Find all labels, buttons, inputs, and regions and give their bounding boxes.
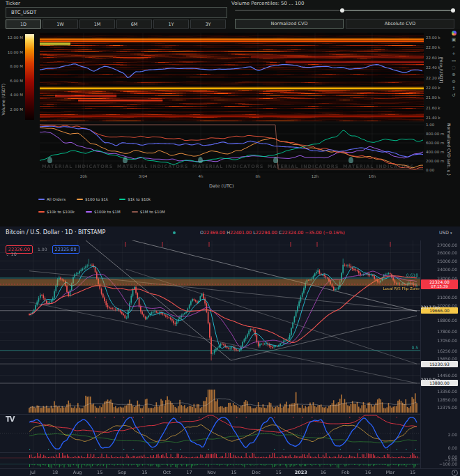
time-axis-label: 18 [52, 470, 58, 475]
legend-swatch [86, 211, 92, 213]
top-2019-label: 2019 Top [387, 377, 440, 382]
cvd-mode-tabs: Normalized CVDAbsolute CVD [235, 19, 457, 29]
date-axis-tick: 3/04 [139, 174, 147, 178]
symbol-title[interactable]: Bitcoin / U.S. Dollar · 1D · BITSTAMP [6, 229, 105, 236]
high-value: 22401.00 [230, 230, 252, 236]
material-indicators-watermark: MATERIAL INDICATORS [343, 164, 414, 169]
white-line-price-badge: 15230.93 [421, 361, 458, 367]
low-value: 22294.00 [256, 230, 277, 236]
date-axis-tick: 4h [199, 174, 204, 178]
plotly-logo-icon[interactable] [452, 31, 457, 36]
current-price-badge: 22324.0007:15:39 [421, 279, 458, 289]
order-line-boxes: 22326.00 1.00 22325.00 [6, 240, 79, 254]
cvd-axis-tick: 0.00 [426, 168, 434, 172]
zoom-in-icon[interactable]: ⊕ [452, 72, 455, 77]
heatmap-price-tick: 22.60 k [426, 56, 440, 60]
time-axis-label: Feb [342, 470, 350, 475]
legend-swatch [38, 199, 45, 200]
time-axis-label: 16 [365, 470, 371, 475]
tab-normalized-cvd[interactable]: Normalized CVD [235, 19, 344, 29]
timeframe-1m[interactable]: 1M [79, 20, 115, 29]
tab-absolute-cvd[interactable]: Absolute CVD [346, 19, 454, 29]
timeframe-1d[interactable]: 1D [6, 20, 41, 29]
flame-icon [47, 157, 52, 163]
screen: Ticker BTC_USDT 1D1W1M6M1Y3Y Volume Perc… [0, 0, 460, 476]
time-axis-label: 15 [97, 470, 102, 475]
heatmap-price-tick: 22.40 k [426, 66, 440, 70]
currency-selector[interactable]: USD ▾ [439, 230, 452, 236]
legend-item--1m-to-10m[interactable]: $1M to $10M [132, 210, 165, 214]
legend-swatch [119, 199, 125, 200]
box-select-icon[interactable]: ▭ [452, 59, 456, 63]
time-axis-label: Jul [30, 470, 36, 475]
timeframe-6m[interactable]: 6M [116, 20, 152, 29]
legend-label: All Orders [47, 197, 66, 201]
legend-label: $1M to $10M [140, 210, 165, 214]
legend-label: $1k to $10k [128, 197, 151, 201]
heatmap-price-tick: 21.60 k [426, 106, 440, 110]
slider-handle-low[interactable] [340, 8, 344, 13]
timeframe-3y[interactable]: 3Y [190, 20, 226, 29]
colorbar-tick: 2.00 M [1, 107, 23, 112]
legend-item--100-to-1k[interactable]: $100 to $1k [77, 197, 108, 201]
cvd-axis-tick: 400.00 m [426, 150, 444, 154]
top-app-bar: Ticker BTC_USDT 1D1W1M6M1Y3Y Volume Perc… [0, 0, 460, 29]
tradingview-chart: Bitcoin / U.S. Dollar · 1D · BITSTAMP O2… [0, 227, 460, 476]
flame-icon [123, 157, 128, 163]
slider-handle-high[interactable] [451, 8, 455, 13]
price-scale-tick: 12375.00 [422, 405, 457, 410]
ticker-input[interactable]: BTC_USDT [6, 7, 227, 18]
time-axis-label: 15 [410, 470, 415, 475]
colorbar-tick: 10.00 M [1, 50, 23, 54]
price-scale-tick: 23000.00 [422, 276, 457, 281]
colorbar-tick: 8.00 M [1, 64, 23, 68]
cvd-axis-tick: 1.00 [426, 123, 434, 127]
legend-item--100k-to-1m[interactable]: $100k to $1M [86, 210, 121, 214]
legend-swatch [38, 211, 45, 213]
legend-label: $100 to $1k [85, 197, 108, 201]
slider-range-fill [342, 10, 453, 11]
price-scale-tick: 12850.00 [422, 397, 457, 402]
chevron-down-icon: ▾ [450, 231, 452, 235]
pan-icon[interactable]: + [452, 52, 455, 56]
price-scale-tick: 18800.00 [422, 318, 457, 323]
order-qty: 1.00 [38, 247, 47, 252]
camera-icon[interactable]: ▣ [452, 38, 456, 43]
indicators-collapse-toggle[interactable]: ⌄ 10 [6, 252, 17, 257]
price-scale-tick: 17800.00 [422, 329, 457, 334]
legend-item--10k-to-100k[interactable]: $10k to $100k [38, 210, 75, 214]
lasso-icon[interactable]: ◌ [452, 66, 456, 70]
colorbar-tick: 12.00 M [1, 36, 23, 40]
reset-axes-icon[interactable]: ↺ [452, 93, 455, 98]
time-axis-label: 17 [186, 470, 192, 475]
clock-icon[interactable] [452, 470, 458, 476]
oscillator-axis-tick: 0.00 [422, 445, 457, 450]
material-indicators-watermark: MATERIAL INDICATORS [117, 164, 188, 169]
legend-swatch [77, 199, 83, 200]
zoom-icon[interactable]: ⌕ [452, 45, 455, 49]
autoscale-icon[interactable]: ↕ [452, 86, 455, 91]
volume-heatmap-canvas[interactable] [40, 33, 424, 121]
legend-item--1k-to-10k[interactable]: $1k to $10k [119, 197, 151, 201]
cvd-legend-row-1: All Orders$100 to $1k$1k to $10k [38, 197, 151, 201]
colorbar-tick: 4.00 M [1, 93, 23, 97]
price-scale-tick: 20200.00 [422, 303, 457, 308]
price-scale-tick: 27000.00 [422, 243, 457, 247]
legend-label: $10k to $100k [47, 210, 75, 214]
flame-icon [273, 157, 278, 163]
firechart-area: Volume (USDT) Price (USDT) Normalized CV… [0, 29, 460, 227]
price-scale-tick: 25000.00 [422, 259, 457, 263]
histogram-axis-tick: 0.00 [422, 454, 457, 459]
material-indicators-watermark: MATERIAL INDICATORS [192, 164, 263, 169]
tradingview-logo[interactable]: TV [6, 415, 15, 423]
oscillator-axis-tick: 2.00 [422, 432, 457, 437]
heatmap-price-tick: 22.20 k [426, 76, 440, 80]
timeframe-1w[interactable]: 1W [43, 20, 78, 29]
buy-order-price-box[interactable]: 22325.00 [52, 245, 79, 254]
timeframe-1y[interactable]: 1Y [153, 20, 189, 29]
price-scale-tick: 13350.00 [422, 389, 457, 394]
tv-main-canvas[interactable] [0, 240, 420, 468]
zoom-out-icon[interactable]: ⊖ [452, 79, 455, 84]
legend-item-all-orders[interactable]: All Orders [38, 197, 66, 201]
time-axis-label: Mar [386, 470, 394, 475]
